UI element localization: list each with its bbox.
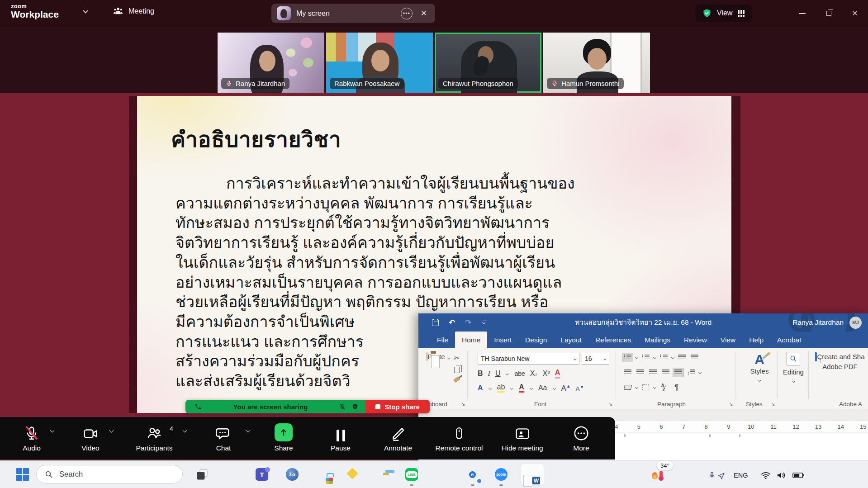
pause-share-button[interactable]: Pause [309,422,372,452]
word-tab-references[interactable]: References [588,332,638,348]
bold-button[interactable]: B [478,370,483,378]
shading-button[interactable] [622,383,633,392]
strikethrough-button[interactable]: abe [514,370,525,377]
chat-button[interactable]: Chat [192,422,255,452]
more-button[interactable]: More [550,422,613,452]
align-center-button[interactable] [635,368,646,377]
format-painter-icon[interactable] [453,376,460,383]
grow-font-button[interactable]: A▲ [561,384,571,393]
word-tab-help[interactable]: Help [742,332,770,348]
word-tab-view[interactable]: View [714,332,742,348]
multilevel-list-button[interactable] [658,353,669,362]
italic-button[interactable]: I [488,370,490,378]
change-case-button[interactable]: Aa [538,384,547,392]
word-tab-file[interactable]: File [430,332,455,348]
annotate-button[interactable]: Annotate [366,422,430,452]
distribute-button[interactable] [673,368,684,377]
chevron-down-icon[interactable] [653,386,656,389]
tray-mic-icon[interactable] [708,471,716,479]
audio-button[interactable]: Audio [0,422,63,452]
tab-meeting[interactable]: Meeting [113,7,154,16]
cut-icon[interactable]: ✂ [454,354,460,362]
bullets-button[interactable] [622,353,633,362]
styles-dialog-launcher-icon[interactable]: ↘ [771,401,775,407]
video-tile[interactable]: Rabkwan Poosakaew [326,33,433,93]
superscript-button[interactable]: X² [543,370,550,378]
chevron-down-icon[interactable] [489,387,492,390]
customize-quick-access-icon[interactable] [482,321,487,324]
show-paragraph-marks-button[interactable]: ¶ [671,383,682,392]
video-tile-active-speaker[interactable]: Chirawut Phongsophon [435,33,541,93]
font-size-select[interactable]: 16 [582,353,609,365]
wifi-icon[interactable] [761,471,771,479]
font-color-button[interactable]: A [519,384,524,393]
justify-button[interactable] [660,368,671,377]
align-left-button[interactable] [622,368,633,377]
tab-my-screen[interactable]: My screen ••• ✕ [271,4,435,23]
word-tab-insert[interactable]: Insert [487,332,518,348]
paragraph-dialog-launcher-icon[interactable]: ↘ [729,401,733,407]
close-button[interactable]: ✕ [842,0,868,27]
redo-icon[interactable]: ↷ [465,318,471,327]
paste-button[interactable]: Paste [426,353,452,360]
borders-button[interactable] [640,383,651,392]
font-name-select[interactable]: TH Sarabun New [478,353,579,365]
line-app-button[interactable]: LINE [405,468,418,481]
share-button[interactable]: Share [252,422,315,452]
participants-button[interactable]: Participants [123,422,186,452]
volume-icon[interactable] [776,471,786,479]
minimize-button[interactable] [789,0,816,27]
battery-icon[interactable] [792,472,804,479]
sort-button[interactable]: A↓Z [658,383,669,392]
video-tile[interactable]: Ranya Jitardhan [218,33,324,93]
create-pdf-button[interactable]: Create and Sha Adobe PDF [813,352,867,372]
stop-share-button[interactable]: Stop share [365,400,430,413]
video-button[interactable]: Video [59,422,122,452]
taskbar-search[interactable]: Search [36,465,183,483]
word-tab-design[interactable]: Design [518,332,554,348]
word-tab-acrobat[interactable]: Acrobat [770,332,808,348]
input-language-indicator[interactable]: ENG [734,472,748,479]
chevron-down-icon[interactable] [510,387,513,390]
chevron-down-icon[interactable] [530,387,533,390]
word-tab-mailings[interactable]: Mailings [638,332,677,348]
spss-button[interactable]: Σα [286,468,299,481]
word-tab-home[interactable]: Home [455,332,487,348]
align-right-button[interactable] [647,368,659,377]
highlight-button[interactable]: ab [497,384,505,393]
hide-meeting-button[interactable]: Hide meeting [491,422,554,452]
word-tab-review[interactable]: Review [677,332,714,348]
weather-thermometer-icon[interactable] [659,471,663,479]
tab-close-icon[interactable]: ✕ [418,8,430,19]
text-effects-button[interactable]: A [478,384,483,392]
remote-control-button[interactable]: Remote control [427,422,491,452]
start-button[interactable] [16,468,29,481]
teams-button[interactable]: T [256,468,268,481]
underline-chevron-icon[interactable] [506,372,509,375]
word-account[interactable]: Ranya Jitardhan RJ [792,313,862,332]
undo-icon[interactable]: ↶ [449,318,455,327]
video-tile[interactable]: Hamun Promsonthi [543,33,650,93]
clipboard-dialog-launcher-icon[interactable]: ↘ [461,401,465,407]
word-tab-layout[interactable]: Layout [554,332,588,348]
numbering-button[interactable] [640,353,651,362]
font-dialog-launcher-icon[interactable]: ↘ [608,401,612,407]
view-button[interactable]: View [695,5,752,22]
editing-button[interactable]: Editing [780,352,806,384]
save-icon[interactable] [432,319,439,326]
chevron-down-icon[interactable] [671,356,674,359]
restore-button[interactable] [816,0,842,27]
weather-temp-badge[interactable]: 34° [657,461,673,470]
subscript-button[interactable]: X₂ [530,370,538,378]
chevron-down-icon[interactable] [653,356,656,359]
zoom-app-button[interactable]: zoom [495,468,508,481]
decrease-indent-button[interactable] [676,353,688,362]
copy-icon[interactable] [454,367,460,373]
increase-indent-button[interactable] [689,353,700,362]
line-spacing-button[interactable]: ↕ [685,368,697,377]
chevron-down-icon[interactable] [635,356,638,359]
underline-button[interactable]: U [495,370,501,378]
clear-formatting-button[interactable]: A [555,369,560,379]
shrink-font-button[interactable]: A▼ [576,384,584,392]
weather-flame-icon[interactable] [652,472,658,479]
